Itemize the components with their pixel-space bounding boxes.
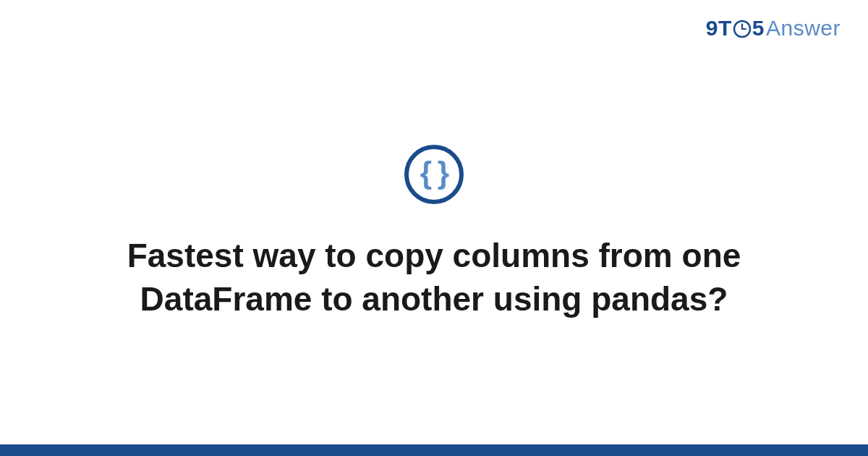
braces-glyph: { }	[420, 158, 448, 188]
question-title: Fastest way to copy columns from one Dat…	[65, 235, 803, 321]
code-braces-icon: { }	[404, 145, 464, 204]
topic-icon-wrapper: { }	[404, 145, 464, 204]
bottom-accent-bar	[0, 444, 868, 456]
main-content: { } Fastest way to copy columns from one…	[0, 0, 868, 444]
